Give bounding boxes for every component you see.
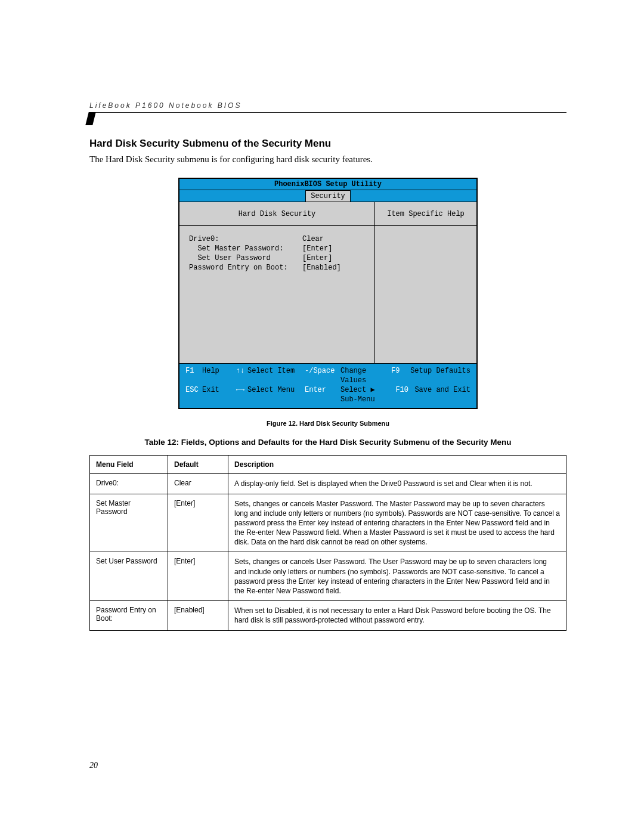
footer-key: -/Space	[305, 366, 340, 385]
footer-action: Select Item	[247, 366, 305, 385]
bios-row: Set User Password [Enter]	[189, 253, 369, 263]
bios-left-heading: Hard Disk Security	[179, 202, 374, 225]
figure-caption: Figure 12. Hard Disk Security Submenu	[89, 420, 566, 427]
footer-label: Exit	[202, 385, 233, 404]
cell-default: [Enter]	[168, 552, 228, 601]
bios-row: Drive0: Clear	[189, 234, 369, 244]
page-number: 20	[89, 761, 98, 770]
cell-default: [Enter]	[168, 494, 228, 552]
cell-field: Set Master Password	[90, 494, 168, 552]
cell-description: Sets, changes or cancels Master Password…	[228, 494, 566, 552]
cell-field: Drive0:	[90, 474, 168, 494]
bios-row-label: Set Master Password:	[189, 244, 302, 253]
bios-row-value: [Enter]	[302, 253, 332, 263]
footer-action: Select Menu	[247, 385, 305, 404]
cell-description: Sets, changes or cancels User Password. …	[228, 552, 566, 601]
bios-row-label: Set User Password	[189, 253, 302, 263]
bios-footer: F1 Help ↑↓ Select Item -/Space Change Va…	[179, 363, 476, 408]
th-default: Default	[168, 456, 228, 474]
bios-right-content	[375, 226, 476, 363]
table-row: Password Entry on Boot: [Enabled] When s…	[90, 601, 566, 630]
bios-row-label: Drive0:	[189, 234, 302, 244]
table-row: Set Master Password [Enter] Sets, change…	[90, 494, 566, 552]
th-menu-field: Menu Field	[90, 456, 168, 474]
bios-row: Password Entry on Boot: [Enabled]	[189, 263, 369, 272]
footer-key: F9	[391, 366, 410, 385]
section-title: Hard Disk Security Submenu of the Securi…	[89, 138, 566, 150]
bios-footer-row: F1 Help ↑↓ Select Item -/Space Change Va…	[185, 366, 470, 385]
bios-right-panel: Item Specific Help	[375, 202, 476, 363]
footer-key: F1	[185, 366, 202, 385]
table-row: Set User Password [Enter] Sets, changes …	[90, 552, 566, 601]
footer-label: Help	[202, 366, 233, 385]
bios-row-value: Clear	[302, 234, 324, 244]
footer-key: F10	[395, 385, 414, 404]
table-header-row: Menu Field Default Description	[90, 456, 566, 474]
bios-row-label: Password Entry on Boot:	[189, 263, 302, 272]
table-row: Drive0: Clear A display-only field. Set …	[90, 474, 566, 494]
bios-right-heading: Item Specific Help	[375, 202, 476, 225]
document-page: LifeBook P1600 Notebook BIOS Hard Disk S…	[0, 0, 644, 833]
footer-arrow-icon: ←→	[233, 385, 247, 404]
page-head-marker-icon	[85, 112, 95, 125]
cell-description: When set to Disabled, it is not necessar…	[228, 601, 566, 630]
bios-left-content: Drive0: Clear Set Master Password: [Ente…	[179, 226, 374, 363]
footer-key: ESC	[185, 385, 202, 404]
running-head: LifeBook P1600 Notebook BIOS	[89, 101, 566, 113]
cell-description: A display-only field. Set is displayed w…	[228, 474, 566, 494]
footer-action: Change Values	[340, 366, 391, 385]
footer-key: Enter	[305, 385, 340, 404]
bios-left-panel: Hard Disk Security Drive0: Clear Set Mas…	[179, 202, 375, 363]
footer-action: Select ▶ Sub-Menu	[340, 385, 395, 404]
cell-default: Clear	[168, 474, 228, 494]
cell-field: Set User Password	[90, 552, 168, 601]
table-caption: Table 12: Fields, Options and Defaults f…	[89, 438, 566, 447]
th-description: Description	[228, 456, 566, 474]
cell-field: Password Entry on Boot:	[90, 601, 168, 630]
running-head-text: LifeBook P1600 Notebook BIOS	[89, 101, 242, 110]
bios-tab-bar: Security	[179, 190, 476, 202]
intro-paragraph: The Hard Disk Security submenu is for co…	[89, 154, 566, 165]
footer-action: Setup Defaults	[410, 366, 470, 385]
bios-row-value: [Enter]	[302, 244, 332, 253]
cell-default: [Enabled]	[168, 601, 228, 630]
bios-box: PhoenixBIOS Setup Utility Security Hard …	[178, 178, 478, 409]
bios-row-value: [Enabled]	[302, 263, 341, 272]
bios-tab-security: Security	[305, 190, 351, 202]
footer-arrow-icon: ↑↓	[233, 366, 247, 385]
footer-action: Save and Exit	[414, 385, 470, 404]
fields-table: Menu Field Default Description Drive0: C…	[89, 455, 566, 630]
bios-title: PhoenixBIOS Setup Utility	[179, 179, 476, 190]
bios-footer-row: ESC Exit ←→ Select Menu Enter Select ▶ S…	[185, 385, 470, 404]
bios-body: Hard Disk Security Drive0: Clear Set Mas…	[179, 202, 476, 363]
bios-row: Set Master Password: [Enter]	[189, 244, 369, 253]
